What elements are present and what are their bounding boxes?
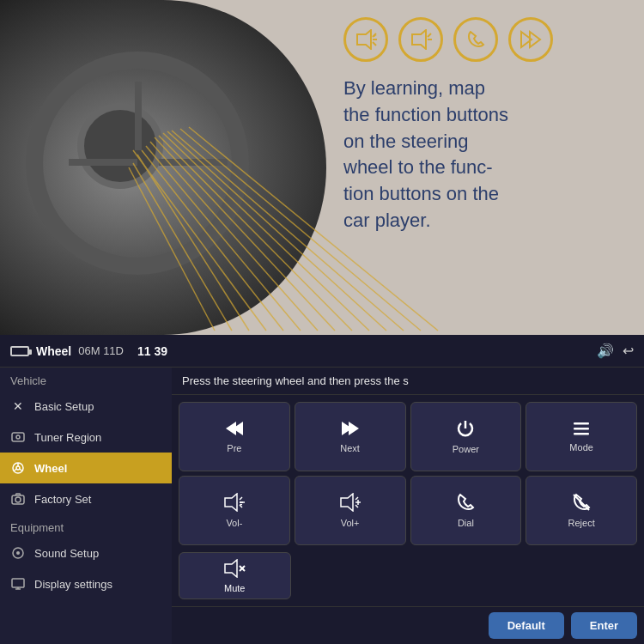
status-date: 06M 11D xyxy=(78,344,124,357)
status-bar: Wheel 06M 11D 11 39 🔊 ↩ xyxy=(0,335,644,368)
vol-up-icon: + xyxy=(343,17,388,62)
svg-marker-39 xyxy=(226,422,236,435)
wrench-icon: ✕ xyxy=(10,398,26,414)
power-button[interactable]: Power xyxy=(410,402,522,471)
display-icon xyxy=(10,576,26,592)
tuner-icon xyxy=(10,429,26,445)
sound-icon xyxy=(10,545,26,561)
mute-row: Mute xyxy=(172,552,644,606)
svg-rect-43 xyxy=(574,428,589,430)
volume-status-icon: 🔊 xyxy=(597,343,614,359)
svg-text:-: - xyxy=(240,499,242,508)
default-button[interactable]: Default xyxy=(489,612,564,639)
svg-point-34 xyxy=(16,551,20,555)
sw-spoke3 xyxy=(159,159,228,166)
next-label: Next xyxy=(340,443,360,453)
vol-minus-button[interactable]: - Vol- xyxy=(179,476,290,545)
sidebar-item-basic-setup-label: Basic Setup xyxy=(34,400,94,413)
sidebar-section-equipment: Equipment xyxy=(0,514,172,538)
status-time: 11 39 xyxy=(137,344,167,358)
power-icon xyxy=(456,419,475,440)
dial-button[interactable]: Dial xyxy=(410,476,522,545)
car-player-ui: Wheel 06M 11D 11 39 🔊 ↩ Vehicle ✕ Basic … xyxy=(0,335,644,644)
svg-point-25 xyxy=(16,435,20,439)
sidebar-item-sound-label: Sound Setup xyxy=(34,547,99,560)
enter-button[interactable]: Enter xyxy=(571,612,637,639)
sidebar-item-display-settings[interactable]: Display settings xyxy=(0,568,172,599)
sidebar-item-tuner-label: Tuner Region xyxy=(34,431,101,444)
sidebar-item-factory-label: Factory Set xyxy=(34,493,91,506)
sidebar-item-tuner-region[interactable]: Tuner Region xyxy=(0,422,172,453)
top-right-content: + By xyxy=(343,17,627,234)
camera-icon xyxy=(10,491,26,507)
battery-icon xyxy=(10,346,29,356)
sidebar-item-sound-setup[interactable]: Sound Setup xyxy=(0,538,172,568)
sw-inner xyxy=(77,103,163,189)
description-text: By learning, map the function buttons on… xyxy=(343,76,627,234)
svg-marker-14 xyxy=(357,30,371,49)
vol-minus-icon: - xyxy=(222,493,246,514)
svg-marker-19 xyxy=(412,30,426,49)
svg-point-32 xyxy=(15,497,21,502)
mode-button[interactable]: Mode xyxy=(526,402,637,471)
vol-plus-icon xyxy=(338,493,362,514)
top-section: + By xyxy=(0,0,644,335)
svg-line-29 xyxy=(15,469,17,471)
svg-marker-45 xyxy=(225,494,237,511)
svg-line-30 xyxy=(20,469,22,471)
mute-button[interactable]: Mute xyxy=(179,552,291,599)
wheel-icon xyxy=(10,460,26,476)
back-icon: ↩ xyxy=(623,343,634,359)
svg-marker-41 xyxy=(349,422,359,435)
bottom-action-buttons: Default Enter xyxy=(172,606,644,644)
pre-label: Pre xyxy=(227,443,241,453)
mode-label: Mode xyxy=(569,442,593,453)
mute-icon xyxy=(222,559,246,580)
status-bar-right: 🔊 ↩ xyxy=(597,343,634,359)
vol-down-icon xyxy=(398,17,443,62)
reject-button[interactable]: Reject xyxy=(526,476,637,545)
svg-rect-42 xyxy=(574,422,589,425)
svg-line-53 xyxy=(355,497,358,500)
svg-rect-35 xyxy=(12,579,24,587)
vol-plus-label: Vol+ xyxy=(341,518,360,528)
pre-button[interactable]: Pre xyxy=(179,402,290,471)
vol-plus-button[interactable]: Vol+ xyxy=(295,476,406,545)
next-button[interactable]: Next xyxy=(295,402,406,471)
dial-label: Dial xyxy=(458,518,474,528)
status-bar-left: Wheel 06M 11D 11 39 xyxy=(10,344,590,358)
sidebar: Vehicle ✕ Basic Setup Tuner Region xyxy=(0,368,172,644)
svg-line-57 xyxy=(574,495,589,510)
sw-spoke1 xyxy=(135,82,142,150)
right-panel: Press the steering wheel and then press … xyxy=(172,368,644,644)
svg-rect-24 xyxy=(12,433,24,441)
svg-line-20 xyxy=(428,33,431,37)
status-title: Wheel xyxy=(36,344,71,358)
phone-icon xyxy=(453,17,498,62)
reject-label: Reject xyxy=(568,518,595,528)
svg-rect-44 xyxy=(574,433,589,435)
power-label: Power xyxy=(453,444,479,454)
skip-forward-icon xyxy=(508,17,553,62)
sidebar-section-vehicle: Vehicle xyxy=(0,368,172,391)
sidebar-item-basic-setup[interactable]: ✕ Basic Setup xyxy=(0,391,172,422)
sidebar-item-wheel[interactable]: Wheel xyxy=(0,453,172,483)
function-buttons-grid: Pre Next xyxy=(172,395,644,552)
reject-icon xyxy=(572,493,591,514)
dial-icon xyxy=(456,493,475,514)
svg-text:+: + xyxy=(373,32,377,39)
sidebar-item-display-label: Display settings xyxy=(34,578,112,591)
mute-label: Mute xyxy=(224,583,245,593)
vol-minus-label: Vol- xyxy=(226,518,242,528)
instruction-bar: Press the steering wheel and then press … xyxy=(172,368,644,395)
pre-icon xyxy=(224,420,245,440)
sw-spoke2 xyxy=(69,159,137,166)
mode-icon xyxy=(572,421,591,439)
svg-line-17 xyxy=(373,42,376,46)
svg-marker-58 xyxy=(225,560,237,577)
svg-marker-52 xyxy=(341,494,353,511)
main-content: Vehicle ✕ Basic Setup Tuner Region xyxy=(0,368,644,644)
sidebar-item-factory-set[interactable]: Factory Set xyxy=(0,483,172,514)
sidebar-item-wheel-label: Wheel xyxy=(34,462,67,475)
svg-line-55 xyxy=(355,505,358,507)
